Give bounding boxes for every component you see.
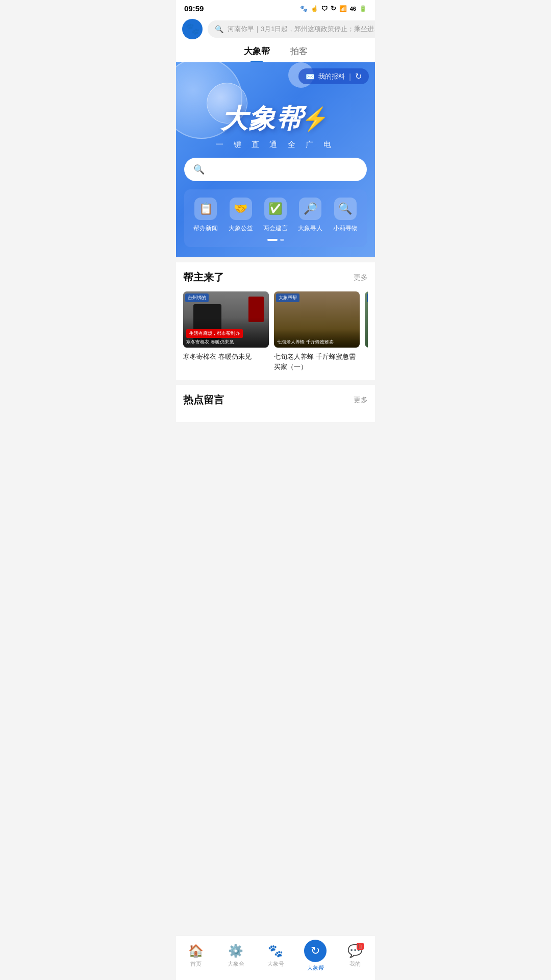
quick-link-icon-xunren: 🔎 (299, 198, 321, 220)
card-overlay-0: 生活有麻烦，都市帮到办 寒冬寄棉衣 春暖仍未见 (183, 317, 269, 348)
header-search-bar[interactable]: 🔍 河南你早｜3月1日起，郑州这项政策停止；乘坐进... (208, 20, 375, 38)
hot-comments-section: 热点留言 更多 (176, 385, 375, 422)
hero-search-icon: 🔍 (193, 164, 205, 175)
paw-logo-icon: 🐾 (186, 22, 199, 36)
quick-link-label-bangban: 帮办新闻 (193, 224, 218, 233)
quick-links-container: 📋 帮办新闻 🤝 大象公益 ✅ 两会建言 🔎 大象寻人 (184, 189, 367, 247)
news-card-title-1: 七旬老人养蜂 千斤蜂蜜急需买家（一） (274, 352, 360, 372)
quick-link-icon-bangban: 📋 (194, 198, 217, 220)
hero-title-area: 大象帮⚡ 一 键 直 通 全 广 电 (184, 101, 367, 150)
dot-1 (280, 239, 284, 241)
app-logo[interactable]: 🐾 (182, 19, 203, 39)
status-bar: 09:59 🐾 ☝️ 🛡 ↻ 📶 46 🔋 (176, 0, 375, 15)
divider: | (349, 72, 351, 81)
card-caption-1: 七旬老人养蜂 千斤蜂蜜难卖 (277, 339, 357, 346)
hot-comments-header: 热点留言 更多 (183, 393, 368, 407)
network-label: 46 (350, 6, 356, 12)
quick-link-xunren[interactable]: 🔎 大象寻人 (298, 198, 322, 233)
quick-links-row: 📋 帮办新闻 🤝 大象公益 ✅ 两会建言 🔎 大象寻人 (188, 198, 363, 233)
lightning-icon: ⚡ (302, 106, 331, 132)
card-badge-2: 大象帮帮 (367, 293, 368, 302)
hot-comments-more-button[interactable]: 更多 (354, 396, 368, 405)
dot-active (267, 239, 278, 241)
search-icon: 🔍 (215, 25, 223, 33)
quick-link-label-xunwu: 小莉寻物 (333, 224, 358, 233)
refresh-icon[interactable]: ↻ (355, 71, 362, 81)
my-report-button[interactable]: ✉️ 我的报料 | ↻ (298, 68, 369, 84)
news-card-0[interactable]: 生活有麻烦，都市帮到办 寒冬寄棉衣 春暖仍未见 台州绑的 寒冬寄棉衣 春暖仍未见 (183, 291, 269, 372)
quick-link-bangban-xinwen[interactable]: 📋 帮办新闻 (193, 198, 218, 233)
hero-title-text: 大象帮 (221, 101, 304, 137)
quick-link-label-gongyi: 大象公益 (229, 224, 253, 233)
quick-link-xunwu[interactable]: 🔍 小莉寻物 (333, 198, 358, 233)
tab-paike[interactable]: 拍客 (290, 45, 308, 62)
wifi-icon: ↻ (331, 5, 336, 12)
news-card-img-2: 大象帮帮 (365, 291, 368, 348)
news-card-img-1: 七旬老人养蜂 千斤蜂蜜难卖 大象帮帮 (274, 291, 360, 348)
paw-icon: 🐾 (300, 5, 308, 12)
status-time: 09:59 (184, 4, 204, 13)
card-red-banner-0: 生活有麻烦，都市帮到办 (186, 329, 243, 338)
quick-link-icon-gongyi: 🤝 (230, 198, 252, 220)
news-card-1[interactable]: 七旬老人养蜂 千斤蜂蜜难卖 大象帮帮 七旬老人养蜂 千斤蜂蜜急需买家（一） (274, 291, 360, 372)
bangzhu-cards-row: 生活有麻烦，都市帮到办 寒冬寄棉衣 春暖仍未见 台州绑的 寒冬寄棉衣 春暖仍未见… (183, 291, 368, 372)
news-card-title-0: 寒冬寄棉衣 春暖仍未见 (183, 352, 269, 362)
card-badge-1: 大象帮帮 (276, 293, 299, 302)
quick-link-lianghui[interactable]: ✅ 两会建言 (263, 198, 288, 233)
card-caption-main-0: 生活有麻烦，都市帮到办 (189, 331, 240, 336)
signal-icon: 📶 (339, 5, 347, 12)
quick-link-label-lianghui: 两会建言 (263, 224, 288, 233)
hero-title: 大象帮⚡ (184, 101, 367, 137)
main-tabs: 大象帮 拍客 (176, 39, 375, 62)
status-icons: 🐾 ☝️ 🛡 ↻ 📶 46 🔋 (300, 5, 367, 12)
quick-link-gongyi[interactable]: 🤝 大象公益 (229, 198, 253, 233)
battery-icon: 🔋 (359, 5, 367, 12)
header: 🐾 🔍 河南你早｜3月1日起，郑州这项政策停止；乘坐进... (176, 15, 375, 39)
tab-daxiangbang[interactable]: 大象帮 (244, 45, 270, 62)
report-mail-icon: ✉️ (306, 72, 314, 81)
hero-search-bar[interactable]: 🔍 (184, 158, 367, 181)
hero-banner: ✉️ 我的报料 | ↻ 大象帮⚡ 一 键 直 通 全 广 电 🔍 📋 帮办新闻 … (176, 62, 375, 257)
hot-comments-title: 热点留言 (183, 393, 224, 407)
quick-link-icon-lianghui: ✅ (264, 198, 287, 220)
bangzhu-section-title: 帮主来了 (183, 271, 224, 284)
card-overlay-1: 七旬老人养蜂 千斤蜂蜜难卖 (274, 329, 360, 348)
carousel-dots (188, 239, 363, 241)
news-card-img-0: 生活有麻烦，都市帮到办 寒冬寄棉衣 春暖仍未见 台州绑的 (183, 291, 269, 348)
shield-icon: 🛡 (321, 5, 328, 12)
report-label: 我的报料 (318, 72, 345, 81)
bangzhu-section-header: 帮主来了 更多 (183, 271, 368, 284)
card-badge-0: 台州绑的 (185, 293, 209, 302)
hero-subtitle: 一 键 直 通 全 广 电 (184, 140, 367, 150)
bangzhu-section: 帮主来了 更多 生活有麻烦，都市帮到办 寒冬寄棉衣 春暖仍未见 台州绑的 (176, 262, 375, 380)
bangzhu-more-button[interactable]: 更多 (354, 273, 368, 282)
quick-link-label-xunren: 大象寻人 (298, 224, 322, 233)
finger-icon: ☝️ (311, 5, 318, 12)
card-caption-sub-0: 寒冬寄棉衣 春暖仍未见 (186, 339, 266, 346)
news-card-2[interactable]: 大象帮帮 (365, 291, 368, 372)
search-hint-text: 河南你早｜3月1日起，郑州这项政策停止；乘坐进... (228, 24, 375, 34)
quick-link-icon-xunwu: 🔍 (334, 198, 357, 220)
